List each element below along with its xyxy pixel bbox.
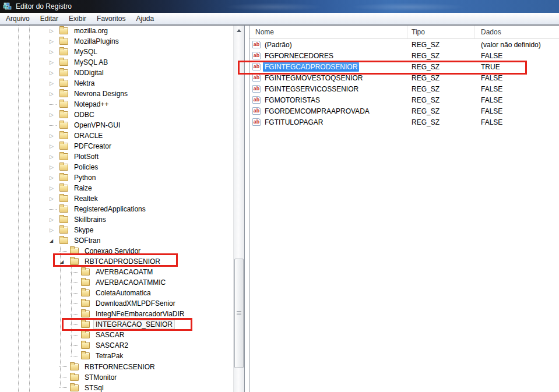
expand-collapse-icon[interactable] bbox=[59, 377, 70, 377]
expand-collapse-icon[interactable] bbox=[49, 28, 59, 34]
value-name-cell[interactable]: ab FGINTEGCADPRODSENIOR bbox=[249, 62, 407, 72]
tree-item[interactable]: PDFCreator bbox=[0, 141, 233, 151]
expand-collapse-icon[interactable] bbox=[49, 196, 59, 202]
expand-collapse-icon[interactable] bbox=[49, 112, 59, 118]
tree-item[interactable]: Skype bbox=[0, 225, 233, 235]
tree-item[interactable]: NDDigital bbox=[0, 68, 233, 78]
menu-item[interactable]: Arquivo bbox=[1, 13, 35, 24]
tree-item[interactable]: AVERBACAOATMMIC bbox=[0, 277, 233, 288]
value-row[interactable]: ab (Padrão) REG_SZ (valor não definido) bbox=[249, 39, 559, 50]
expand-collapse-icon[interactable] bbox=[49, 217, 59, 223]
expand-collapse-icon[interactable] bbox=[49, 164, 59, 170]
tree-item[interactable]: Python bbox=[0, 172, 233, 183]
menu-item[interactable]: Favoritos bbox=[92, 13, 131, 24]
expand-collapse-icon[interactable] bbox=[71, 303, 81, 304]
value-row[interactable]: ab FGINTEGMOVESTOQSENIOR REG_SZ FALSE bbox=[249, 72, 559, 83]
expand-collapse-icon[interactable] bbox=[49, 143, 59, 149]
tree-item[interactable]: ORACLE bbox=[0, 130, 233, 141]
expand-collapse-icon[interactable] bbox=[71, 345, 81, 346]
tree-item[interactable]: ODBC bbox=[0, 110, 233, 120]
expand-collapse-icon[interactable] bbox=[59, 366, 70, 367]
tree-item[interactable]: SASCAR2 bbox=[0, 340, 233, 351]
tree-scrollbar[interactable] bbox=[233, 25, 244, 392]
tree-item[interactable]: MySQL AB bbox=[0, 57, 233, 68]
expand-collapse-icon[interactable] bbox=[49, 209, 59, 210]
expand-collapse-icon[interactable] bbox=[49, 59, 59, 65]
expand-collapse-icon[interactable] bbox=[49, 154, 59, 160]
tree-item[interactable]: AVERBACAOATM bbox=[0, 267, 233, 277]
tree-item[interactable]: RBTCADPRODSENIOR bbox=[0, 256, 233, 267]
tree-item[interactable]: MozillaPlugins bbox=[0, 36, 233, 47]
tree-item[interactable]: SASCAR bbox=[0, 330, 233, 340]
tree-item[interactable]: Skillbrains bbox=[0, 214, 233, 225]
tree-item[interactable]: Nevrona Designs bbox=[0, 89, 233, 99]
column-header-tipo[interactable]: Tipo bbox=[407, 26, 474, 39]
value-row[interactable]: ab FGINTEGCADPRODSENIOR REG_SZ TRUE bbox=[249, 61, 559, 72]
expand-collapse-icon[interactable] bbox=[71, 314, 81, 315]
tree-item-label: Skillbrains bbox=[72, 215, 108, 224]
column-header-dados[interactable]: Dados bbox=[474, 26, 559, 39]
value-row[interactable]: ab FGFORNECEDORES REG_SZ FALSE bbox=[249, 50, 559, 61]
expand-collapse-icon[interactable] bbox=[71, 324, 81, 325]
expand-collapse-icon[interactable] bbox=[71, 335, 81, 336]
tree-item[interactable]: RBTFORNECSENIOR bbox=[0, 362, 233, 372]
value-row[interactable]: ab FGORDEMCOMPRAAPROVADA REG_SZ FALSE bbox=[249, 105, 559, 116]
tree-item[interactable]: RegisteredApplications bbox=[0, 204, 233, 214]
tree-item[interactable]: ColetaAutomatica bbox=[0, 288, 233, 298]
value-name-cell[interactable]: ab FGFORNECEDORES bbox=[249, 51, 407, 61]
tree-item[interactable]: Notepad++ bbox=[0, 99, 233, 110]
tree-item[interactable]: Conexao Servidor bbox=[0, 246, 233, 256]
expand-collapse-icon[interactable] bbox=[71, 282, 81, 283]
tree-item[interactable]: STMonitor bbox=[0, 372, 233, 383]
value-row[interactable]: ab FGTITULOPAGAR REG_SZ FALSE bbox=[249, 116, 559, 128]
expand-collapse-icon[interactable] bbox=[71, 293, 81, 294]
menu-item[interactable]: Ajuda bbox=[131, 13, 159, 24]
tree-item[interactable]: STSql bbox=[0, 383, 233, 392]
tree-item[interactable]: SOFtran bbox=[0, 235, 233, 246]
expand-collapse-icon[interactable] bbox=[49, 70, 59, 76]
tree-item[interactable]: Nektra bbox=[0, 78, 233, 89]
value-name-cell[interactable]: ab FGTITULOPAGAR bbox=[249, 118, 407, 127]
tree-item[interactable]: MySQL bbox=[0, 47, 233, 57]
value-row[interactable]: ab FGINTEGSERVICOSSENIOR REG_SZ FALSE bbox=[249, 83, 559, 94]
expand-collapse-icon[interactable] bbox=[59, 387, 70, 388]
tree-item[interactable]: Raize bbox=[0, 183, 233, 193]
tree-item[interactable]: DownloadXMLPDFSenior bbox=[0, 298, 233, 309]
value-name-cell[interactable]: ab FGINTEGMOVESTOQSENIOR bbox=[249, 73, 407, 83]
tree-item[interactable]: mozilla.org bbox=[0, 26, 233, 36]
expand-collapse-icon[interactable] bbox=[49, 238, 59, 243]
scrollbar-thumb[interactable] bbox=[234, 259, 244, 368]
scrollbar-up-arrow-icon[interactable] bbox=[235, 27, 243, 34]
expand-collapse-icon[interactable] bbox=[49, 91, 59, 97]
value-row[interactable]: ab FGMOTORISTAS REG_SZ FALSE bbox=[249, 94, 559, 105]
tree-item[interactable]: INTEGRACAO_SENIOR bbox=[0, 319, 233, 330]
expand-collapse-icon[interactable] bbox=[49, 175, 59, 181]
tree-item[interactable]: Realtek bbox=[0, 193, 233, 204]
value-name-cell[interactable]: ab FGINTEGSERVICOSSENIOR bbox=[249, 84, 407, 94]
tree-item[interactable]: IntegNFeEmbarcadorViaDIR bbox=[0, 309, 233, 319]
value-name-cell[interactable]: ab (Padrão) bbox=[249, 40, 407, 50]
expand-collapse-icon[interactable] bbox=[49, 104, 59, 105]
expand-collapse-icon[interactable] bbox=[71, 356, 81, 356]
menu-item[interactable]: Editar bbox=[35, 13, 64, 24]
tree-item[interactable]: OpenVPN-GUI bbox=[0, 120, 233, 130]
tree-item[interactable]: Policies bbox=[0, 162, 233, 172]
value-name-cell[interactable]: ab FGORDEMCOMPRAAPROVADA bbox=[249, 107, 407, 116]
value-name-cell[interactable]: ab FGMOTORISTAS bbox=[249, 96, 407, 105]
expand-collapse-icon[interactable] bbox=[71, 272, 81, 273]
folder-icon bbox=[59, 38, 68, 45]
column-header-nome[interactable]: Nome bbox=[249, 26, 407, 39]
menu-item[interactable]: Exibir bbox=[64, 13, 92, 24]
expand-collapse-icon[interactable] bbox=[49, 80, 59, 86]
expand-collapse-icon[interactable] bbox=[49, 125, 59, 126]
expand-collapse-icon[interactable] bbox=[49, 38, 59, 44]
expand-collapse-icon[interactable] bbox=[49, 185, 59, 191]
folder-icon bbox=[59, 69, 68, 76]
expand-collapse-icon[interactable] bbox=[49, 133, 59, 139]
expand-collapse-icon[interactable] bbox=[59, 259, 70, 264]
tree-item[interactable]: PlotSoft bbox=[0, 151, 233, 162]
expand-collapse-icon[interactable] bbox=[49, 49, 59, 55]
expand-collapse-icon[interactable] bbox=[49, 227, 59, 233]
tree-item[interactable]: TetraPak bbox=[0, 351, 233, 361]
expand-collapse-icon[interactable] bbox=[59, 251, 70, 252]
